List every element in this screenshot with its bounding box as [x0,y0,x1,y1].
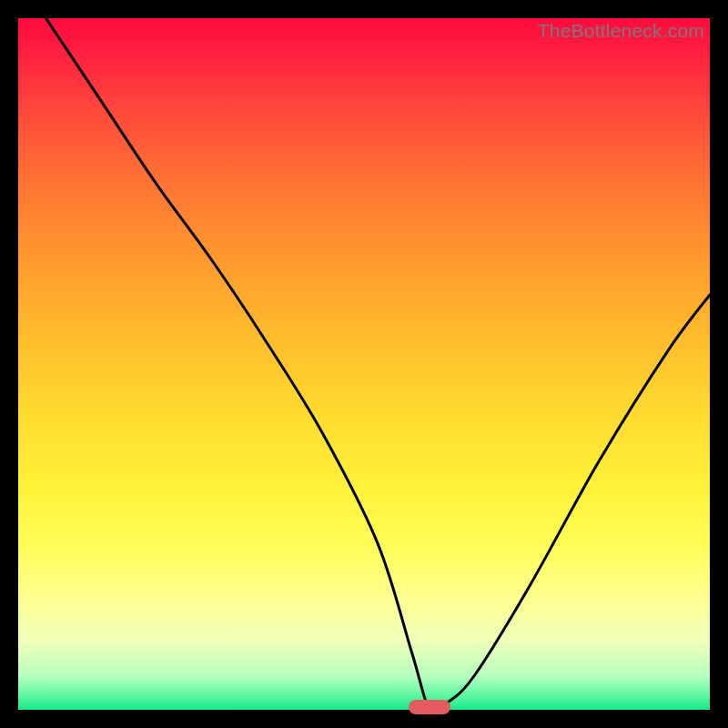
chart-plot-area: TheBottleneck.com [18,18,710,710]
optimal-marker [409,700,450,714]
bottleneck-curve [18,18,710,710]
